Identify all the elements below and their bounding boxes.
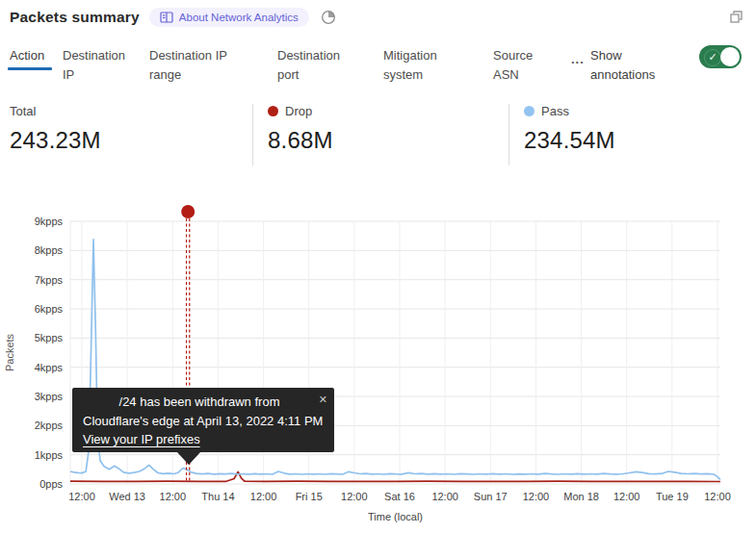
check-icon: ✓ xyxy=(704,49,721,66)
stat-total: Total 243.23M xyxy=(10,104,101,154)
time-range-icon[interactable] xyxy=(321,10,336,25)
svg-text:Time (local): Time (local) xyxy=(368,511,423,522)
svg-text:Mon 18: Mon 18 xyxy=(563,491,599,502)
svg-text:9kpps: 9kpps xyxy=(35,216,64,227)
svg-text:12:00: 12:00 xyxy=(704,491,731,502)
svg-text:4kpps: 4kpps xyxy=(35,362,64,373)
tooltip-line2: Cloudflare's edge at April 13, 2022 4:11… xyxy=(83,412,324,431)
book-icon xyxy=(160,12,173,23)
svg-text:12:00: 12:00 xyxy=(160,491,187,502)
active-tab-underline xyxy=(8,67,52,70)
tab-mitigation-system[interactable]: Mitigation system xyxy=(383,46,464,84)
tab-source-asn[interactable]: Source ASN xyxy=(493,46,547,84)
svg-text:7kpps: 7kpps xyxy=(35,274,64,286)
tooltip-caret xyxy=(176,451,201,465)
stat-total-label: Total xyxy=(10,104,36,118)
tab-destination-ip-range[interactable]: Destination IP range xyxy=(149,46,249,84)
tooltip-line1: /24 has been withdrawn from xyxy=(83,393,324,412)
svg-text:2kpps: 2kpps xyxy=(35,420,64,431)
svg-text:12:00: 12:00 xyxy=(613,491,640,502)
about-network-analytics-badge[interactable]: About Network Analytics xyxy=(149,8,309,27)
svg-text:0pps: 0pps xyxy=(39,478,63,490)
stat-total-value: 243.23M xyxy=(10,127,101,154)
svg-text:3kpps: 3kpps xyxy=(35,391,64,402)
annotation-tooltip: ✕ /24 has been withdrawn from Cloudflare… xyxy=(72,388,334,452)
stat-drop-value: 8.68M xyxy=(268,127,333,154)
svg-text:12:00: 12:00 xyxy=(523,491,550,502)
stat-pass: Pass 234.54M xyxy=(524,104,615,154)
stat-pass-label: Pass xyxy=(541,104,569,118)
svg-text:1kpps: 1kpps xyxy=(35,449,64,461)
stat-divider xyxy=(252,104,253,165)
stat-drop-label: Drop xyxy=(285,104,312,118)
stat-divider xyxy=(508,104,509,165)
stats-row: Total 243.23M Drop 8.68M Pass 234.54M xyxy=(0,104,756,167)
pass-legend-dot xyxy=(524,106,534,116)
show-annotations-toggle[interactable]: ✓ xyxy=(699,45,742,68)
svg-text:Sun 17: Sun 17 xyxy=(474,491,508,502)
tab-action[interactable]: Action xyxy=(10,46,44,65)
more-tabs-icon[interactable]: ... xyxy=(571,52,585,66)
page-title: Packets summary xyxy=(10,9,140,26)
drop-legend-dot xyxy=(268,106,278,116)
stat-pass-value: 234.54M xyxy=(524,127,615,154)
close-icon[interactable]: ✕ xyxy=(319,392,327,408)
svg-text:Thu 14: Thu 14 xyxy=(201,491,234,502)
svg-text:12:00: 12:00 xyxy=(250,491,277,502)
svg-text:12:00: 12:00 xyxy=(341,491,368,502)
annotation-dot[interactable] xyxy=(181,205,195,218)
svg-text:6kpps: 6kpps xyxy=(35,303,64,315)
svg-text:Sat 16: Sat 16 xyxy=(384,491,415,502)
packets-chart: 0pps1kpps2kpps3kpps4kpps5kpps6kpps7kpps8… xyxy=(0,197,756,534)
svg-text:Wed 13: Wed 13 xyxy=(109,491,145,502)
svg-text:Packets: Packets xyxy=(4,333,15,371)
svg-text:12:00: 12:00 xyxy=(431,491,458,502)
tab-destination-port[interactable]: Destination port xyxy=(277,46,360,84)
svg-text:Fri 15: Fri 15 xyxy=(296,491,323,502)
expand-icon[interactable] xyxy=(729,10,743,28)
badge-label: About Network Analytics xyxy=(179,12,299,23)
svg-text:8kpps: 8kpps xyxy=(35,244,64,256)
svg-text:12:00: 12:00 xyxy=(68,491,95,502)
svg-text:5kpps: 5kpps xyxy=(35,332,64,343)
view-ip-prefixes-link[interactable]: View your IP prefixes xyxy=(83,430,200,449)
svg-text:Tue 19: Tue 19 xyxy=(656,491,689,502)
chart-area: 0pps1kpps2kpps3kpps4kpps5kpps6kpps7kpps8… xyxy=(0,197,756,534)
toggle-knob xyxy=(720,47,740,66)
panel-header: Packets summary About Network Analytics xyxy=(10,8,336,27)
stat-drop: Drop 8.68M xyxy=(268,104,333,154)
tab-bar: Action Destination IP Destination IP ran… xyxy=(0,44,756,89)
show-annotations-label: Show annotations xyxy=(590,46,671,84)
tab-destination-ip[interactable]: Destination IP xyxy=(63,46,134,84)
